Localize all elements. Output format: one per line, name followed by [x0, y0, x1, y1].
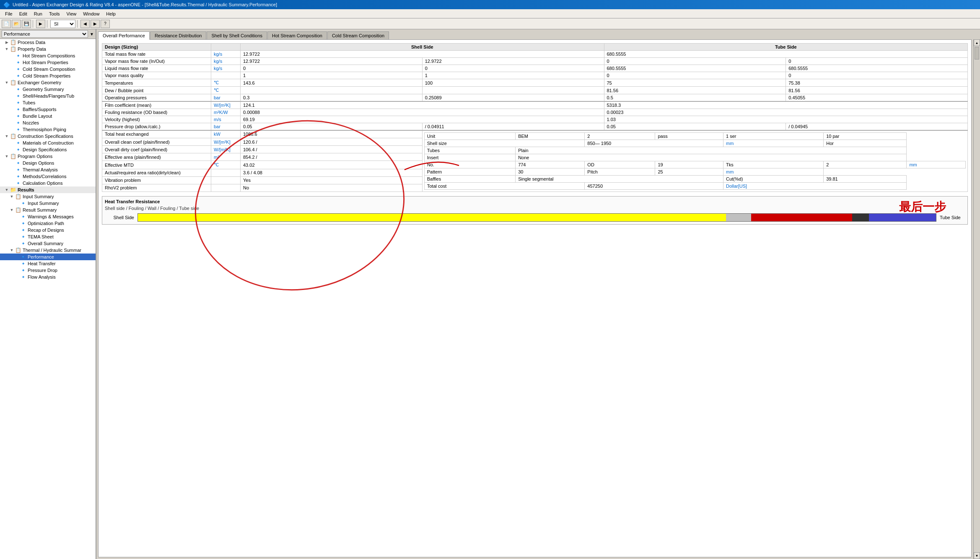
menu-item-window[interactable]: Window: [80, 10, 103, 17]
resistance-section: Heat Transfer Resistance Shell side / Fo…: [102, 196, 968, 225]
resistance-subtitle: Shell side / Fouling / Wall / Fouling / …: [105, 206, 965, 211]
tree-item-program-options[interactable]: ▼ 📋 Program Options: [0, 153, 96, 160]
par-val: 10 par: [824, 133, 907, 140]
tree-item-recap[interactable]: 🔹 Recap of Designs: [0, 227, 96, 233]
tree-item-heat-transfer[interactable]: 🔹 Heat Transfer: [0, 260, 96, 267]
row-unit: kg/s: [211, 51, 241, 58]
tree-item-shell-heads[interactable]: 🔹 Shell/Heads/Flanges/Tub: [0, 93, 96, 99]
row-unit: [211, 169, 241, 176]
tree-item-nozzles[interactable]: 🔹 Nozzles: [0, 119, 96, 126]
row-t1: 0.00023: [604, 109, 968, 116]
content-panel: Design (Sizing) Shell Side Tube Side Tot…: [98, 39, 972, 557]
table-row: Operating pressures bar 0.3 0.25089 0.5 …: [102, 94, 968, 102]
tree-item-thermosiphon[interactable]: 🔹 Thermosiphon Piping: [0, 126, 96, 133]
table-row: Vapor mass quality 1 1 0 0: [102, 72, 968, 79]
toolbar-help-btn[interactable]: ?: [101, 20, 110, 28]
tree-item-exchanger-geometry[interactable]: ▼ 📋 Exchanger Geometry: [0, 79, 96, 86]
tab-cold-stream[interactable]: Cold Stream Composition: [327, 31, 389, 40]
tree-item-design-options[interactable]: 🔹 Design Options: [0, 160, 96, 166]
row-label: Fouling resistance (OD based): [102, 109, 211, 116]
tree-item-tema[interactable]: 🔹 TEMA Sheet: [0, 233, 96, 240]
tree-item-hot-stream-compositions[interactable]: 🔹 Hot Stream Compositions: [0, 52, 96, 59]
toolbar-run-btn[interactable]: ▶: [36, 20, 45, 28]
tab-resistance-distribution[interactable]: Resistance Distribution: [150, 31, 207, 40]
shell-side-label: Shell Side: [105, 215, 134, 220]
tree-item-construction-specs[interactable]: ▼ 📋 Construction Specifications: [0, 133, 96, 140]
menu-item-file[interactable]: File: [2, 10, 16, 17]
tab-overall-performance[interactable]: Overall Performance: [98, 31, 150, 40]
scroll-track[interactable]: [974, 46, 980, 552]
row-label: Overall clean coef (plain/finned): [102, 138, 211, 146]
sidebar-expand-icon[interactable]: ▼: [90, 32, 94, 36]
table-row: Fouling resistance (OD based) m²K/W 0.00…: [102, 109, 968, 116]
tree-item-thermal-analysis[interactable]: 🔹 Thermal Analysis: [0, 166, 96, 173]
scroll-up-btn[interactable]: ▲: [974, 39, 980, 46]
row-s1: 124.1: [241, 101, 604, 109]
toolbar-open-btn[interactable]: 📂: [12, 20, 21, 28]
tree-item-optimization[interactable]: 🔹 Optimization Path: [0, 220, 96, 227]
tab-shell-by-shell[interactable]: Shell by Shell Conditions: [207, 31, 267, 40]
tree-item-process-data[interactable]: ▶ 📋 Process Data: [0, 39, 96, 46]
tree-item-geometry-summary[interactable]: 🔹 Geometry Summary: [0, 86, 96, 93]
sidebar-header: Performance ▼: [0, 29, 96, 39]
tree-item-input-summary[interactable]: 🔹 Input Summary: [0, 200, 96, 207]
row-unit: kg/s: [211, 65, 241, 72]
scroll-down-btn[interactable]: ▼: [974, 552, 980, 559]
row-label: Film coefficient (mean): [102, 101, 211, 109]
row-label: Pressure drop (allow./calc.): [102, 123, 211, 131]
toolbar-next-btn[interactable]: ▶: [91, 20, 100, 28]
resistance-bar: [137, 213, 936, 222]
tree-item-design-specs[interactable]: 🔹 Design Specifications: [0, 146, 96, 153]
table-row: Film coefficient (mean) W/[m²K] 124.1 53…: [102, 101, 968, 109]
tree-item-flow-analysis[interactable]: 🔹 Flow Analysis: [0, 274, 96, 280]
tree-item-bundle-layout[interactable]: 🔹 Bundle Layout: [0, 113, 96, 119]
performance-table: Design (Sizing) Shell Side Tube Side Tot…: [102, 43, 968, 192]
tree-item-tubes[interactable]: 🔹 Tubes: [0, 99, 96, 106]
shell-size-label: Shell size: [424, 140, 585, 147]
toolbar-new-btn[interactable]: 📄: [2, 20, 11, 28]
units-dropdown[interactable]: SI US: [50, 20, 75, 28]
row-t2: 680.5555: [786, 65, 968, 72]
tree-item-cold-stream-properties[interactable]: 🔹 Cold Stream Properties: [0, 72, 96, 79]
tab-hot-stream[interactable]: Hot Stream Composition: [267, 31, 327, 40]
row-unit: [211, 72, 241, 79]
tree-item-materials[interactable]: 🔹 Materials of Construction: [0, 140, 96, 146]
tree-item-thermal-hydraulic[interactable]: ▼ 📋 Thermal / Hydraulic Summar: [0, 247, 96, 254]
menu-item-tools[interactable]: Tools: [46, 10, 63, 17]
tree-item-methods[interactable]: 🔹 Methods/Correlations: [0, 173, 96, 180]
menu-item-run[interactable]: Run: [31, 10, 46, 17]
totalcost-label: Total cost: [424, 183, 585, 190]
row-unit: m²: [211, 153, 241, 161]
bar-fouling-2: [852, 214, 869, 221]
tree-item-warnings[interactable]: 🔹 Warnings & Messages: [0, 213, 96, 220]
toolbar-save-btn[interactable]: 💾: [22, 20, 31, 28]
tree-item-overall-summary[interactable]: 🔹 Overall Summary: [0, 240, 96, 247]
tree-item-results[interactable]: ▼ 📁 Results: [0, 186, 96, 193]
menu-item-help[interactable]: Help: [103, 10, 119, 17]
toolbar-prev-btn[interactable]: ◀: [80, 20, 90, 28]
row-t2: 0: [786, 72, 968, 79]
shell-side-header: Shell Side: [241, 44, 604, 51]
tks-label: Tks: [723, 161, 823, 168]
row-t1: 1.03: [604, 116, 968, 123]
row-val: 106.4 /: [241, 146, 423, 153]
scroll-thumb[interactable]: [975, 47, 979, 60]
menu-item-edit[interactable]: Edit: [16, 10, 31, 17]
sidebar-dropdown[interactable]: Performance: [2, 30, 88, 38]
tree-item-input-summary-group[interactable]: ▼ 📋 Input Summary: [0, 193, 96, 200]
tree-item-calc-options[interactable]: 🔹 Calculation Options: [0, 180, 96, 186]
tree-item-cold-stream-composition[interactable]: 🔹 Cold Stream Composition: [0, 66, 96, 72]
tree-item-hot-stream-properties[interactable]: 🔹 Hot Stream Properties: [0, 59, 96, 66]
tree-item-baffles[interactable]: 🔹 Baffles/Supports: [0, 106, 96, 113]
tree-item-property-data[interactable]: ▼ 📋 Property Data: [0, 46, 96, 52]
tree-item-performance[interactable]: 🔹 Performance: [0, 254, 96, 260]
row-s1: 143.6: [241, 79, 423, 87]
vertical-scrollbar[interactable]: ▲ ▼: [973, 39, 980, 559]
tree-item-result-summary[interactable]: ▼ 📋 Result Summary: [0, 207, 96, 213]
tree-item-pressure-drop[interactable]: 🔹 Pressure Drop: [0, 267, 96, 274]
menu-item-view[interactable]: View: [63, 10, 80, 17]
row-s1: 12.9722: [241, 51, 604, 58]
row-label: Actual/required area ratio(dirty/clean): [102, 169, 211, 176]
row-t1: 0: [604, 72, 786, 79]
row-label: Vapor mass flow rate (In/Out): [102, 58, 211, 65]
